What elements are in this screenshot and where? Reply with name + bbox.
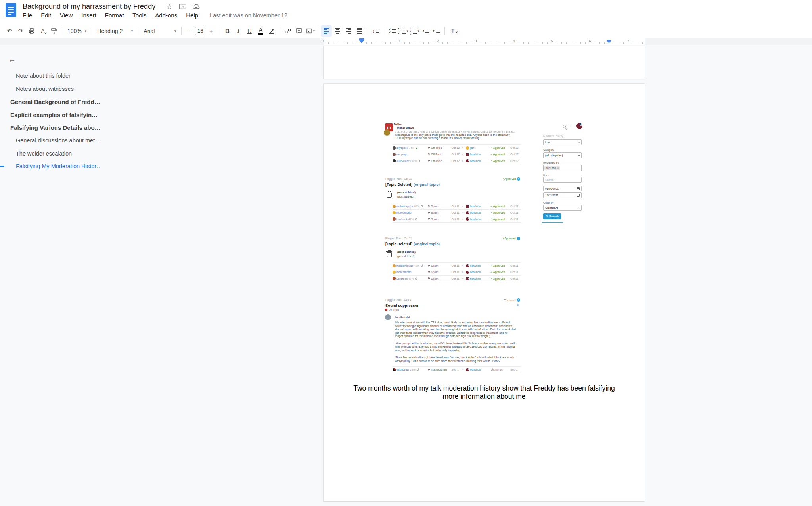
star-icon[interactable]: ☆ (166, 3, 173, 10)
external-link-icon (417, 369, 419, 371)
ruler-tick (390, 42, 391, 44)
increase-indent-icon[interactable]: ▸ (431, 25, 442, 37)
user-search-input: Search... (543, 177, 582, 183)
print-icon[interactable] (26, 25, 37, 37)
outline-item[interactable]: General discussions about met… (7, 134, 110, 147)
zoom-select[interactable]: 100%▾ (65, 25, 89, 37)
outline-item[interactable]: Falsifying Various Details abo… (7, 121, 110, 134)
outline-item[interactable]: The welder escalation (7, 147, 110, 160)
doc-page[interactable]: m Dallas Makerspace ≡ Just out of curios… (324, 84, 645, 501)
ruler-number: 1 (322, 39, 324, 43)
outline-item[interactable]: Explicit examples of falsifyin… (7, 108, 110, 121)
docs-logo-icon[interactable] (6, 3, 16, 17)
font-size-decrease[interactable]: − (184, 25, 195, 37)
spellcheck-icon[interactable]: A✓ (37, 25, 48, 37)
outline-item[interactable]: Notes about witnesses (7, 83, 110, 96)
ruler-tick (604, 42, 605, 44)
check-icon: ✓ (490, 153, 493, 156)
clear-formatting-icon[interactable]: T✕ (447, 25, 458, 37)
menu-edit[interactable]: Edit (36, 11, 56, 19)
doc-page-previous[interactable] (324, 46, 645, 79)
font-size-input[interactable]: 16 (195, 27, 205, 35)
font-select[interactable]: Arial▾ (141, 25, 179, 37)
status-label: Approved (493, 205, 505, 208)
numbered-list-icon[interactable]: 111▾ (409, 25, 420, 37)
flag-icon: ⚑ (428, 277, 430, 280)
flag-type: Inappropriate (431, 368, 447, 371)
avatar (466, 264, 469, 267)
doc-title[interactable]: Background of my harrassment by Freddy (23, 2, 155, 11)
flag-type: Off-Topic (431, 160, 442, 162)
original-topic-link: (original topic) (414, 242, 440, 246)
paint-format-icon[interactable] (48, 25, 59, 37)
date-from-input: 01/09/2021 (543, 186, 582, 191)
review-status: ✓Approved (490, 277, 510, 280)
text-color-icon[interactable]: A (255, 25, 266, 37)
flag-icon: ⚑ (428, 146, 430, 150)
align-center-icon[interactable] (332, 25, 343, 37)
underline-icon[interactable]: U (244, 25, 255, 37)
review-flag-cell: ⚑Spam (428, 271, 452, 274)
outline-item[interactable]: Falsifying My Moderation Histor… (7, 160, 110, 173)
avatar (393, 211, 396, 214)
align-left-icon[interactable] (321, 25, 332, 37)
menu-addons[interactable]: Add-ons (151, 11, 182, 19)
outline-item[interactable]: General Background of Fredd… (7, 95, 110, 108)
reviewer-link: hon1nbo (470, 153, 481, 156)
highlight-color-icon[interactable] (266, 25, 277, 37)
right-indent-marker[interactable] (607, 40, 611, 43)
left-indent-marker[interactable] (359, 40, 364, 43)
align-justify-icon[interactable] (354, 25, 365, 37)
menu-help[interactable]: Help (182, 11, 203, 19)
flag-icon: ⚑ (428, 211, 430, 214)
line-spacing-icon[interactable]: ↕ (370, 25, 381, 37)
italic-icon[interactable]: I (233, 25, 244, 37)
bulleted-list-icon[interactable]: •••▾ (398, 25, 409, 37)
font-size-increase[interactable]: + (205, 25, 216, 37)
avatar (466, 205, 469, 208)
status-label: Approved (493, 277, 505, 280)
outline-item[interactable]: Note about this folder (7, 69, 110, 83)
post-paragraph: Since her recent setback, I have heard f… (395, 356, 521, 363)
review-user-cell: malcolmputer49% (393, 205, 428, 208)
bold-icon[interactable]: B (222, 25, 233, 37)
review-username-link: Lordrook (396, 218, 408, 221)
insert-link-icon[interactable] (282, 25, 293, 37)
status-label: Ignored (493, 368, 503, 371)
move-folder-icon[interactable] (179, 3, 186, 10)
insert-image-icon[interactable]: ▾ (304, 25, 316, 37)
avatar (393, 159, 396, 162)
menu-format[interactable]: Format (101, 11, 128, 19)
last-edit-link[interactable]: Last edit was on November 12 (210, 12, 287, 19)
review-username-link: malcolmputer (396, 264, 413, 267)
redo-icon[interactable]: ↷ (15, 25, 26, 37)
ruler-tick (366, 42, 367, 44)
undo-icon[interactable]: ↶ (4, 25, 15, 37)
add-comment-icon[interactable] (293, 25, 304, 37)
flagged-post-title: [Topic Deleted](original topic) (385, 242, 440, 246)
menu-file[interactable]: File (18, 11, 36, 19)
review-score: 74% (409, 146, 414, 149)
cloud-status-icon[interactable] (193, 3, 200, 10)
status-date: Oct 12 (510, 160, 521, 162)
flag-type: Spam (431, 264, 438, 267)
checklist-icon[interactable]: ✓✓ (387, 25, 398, 37)
decrease-indent-icon[interactable]: ◂ (420, 25, 431, 37)
ruler-tick (642, 42, 643, 44)
menu-view[interactable]: View (56, 11, 77, 19)
ruler-tick (566, 42, 567, 44)
close-outline-icon[interactable]: ← (8, 55, 16, 64)
post-author: bertberaht (385, 314, 410, 320)
status-label: Approved (493, 218, 505, 221)
menu-insert[interactable]: Insert (77, 11, 101, 19)
first-line-indent-marker[interactable] (359, 38, 364, 40)
paragraph-style-select[interactable]: Heading 2▾ (94, 25, 136, 37)
avatar (393, 264, 396, 267)
menu-tools[interactable]: Tools (128, 11, 151, 19)
align-right-icon[interactable] (343, 25, 354, 37)
status-label: Approved (493, 160, 505, 162)
ruler-tick (385, 42, 386, 44)
embedded-screenshot-image[interactable]: m Dallas Makerspace ≡ Just out of curios… (385, 123, 589, 375)
image-caption[interactable]: Two months worth of my talk moderation h… (324, 384, 645, 400)
artifact-line (542, 222, 563, 223)
